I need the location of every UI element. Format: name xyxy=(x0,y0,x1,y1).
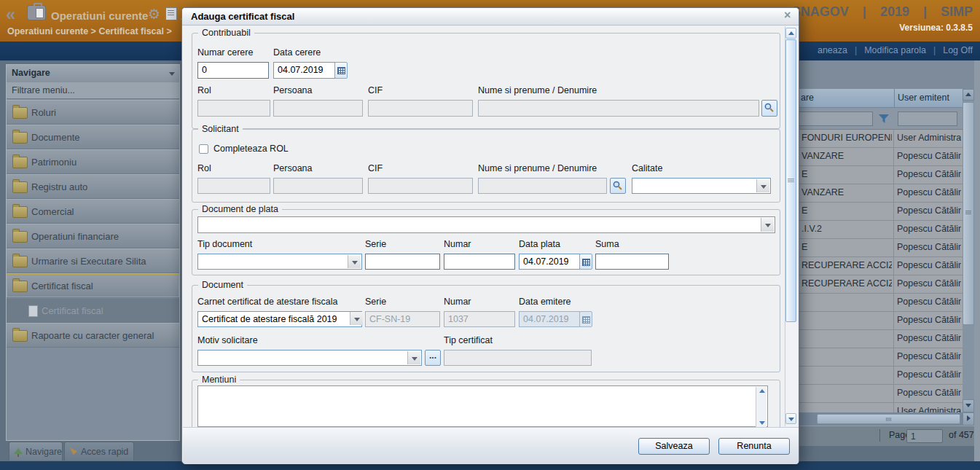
table-row[interactable]: RECUPERARE ACCIZA Popescu Cătălina xyxy=(798,257,963,275)
grid-hscroll-thumb[interactable] xyxy=(817,414,960,424)
sidebar-item[interactable]: Operatiuni financiare xyxy=(7,224,179,248)
column-header-truncated[interactable]: are xyxy=(801,93,814,103)
table-row[interactable]: VANZARE Popescu Cătălina xyxy=(798,184,963,203)
folder-icon xyxy=(12,281,28,292)
briefcase-icon xyxy=(28,6,45,20)
document-plata-dropdown[interactable] xyxy=(197,216,775,233)
menu-filter-text: Filtrare meniu... xyxy=(12,85,75,95)
table-row[interactable]: Popescu Cătălina xyxy=(798,348,963,367)
scroll-up-button[interactable] xyxy=(785,28,796,39)
main-menu-operatiuni-curente[interactable]: Operatiuni curente xyxy=(51,9,148,22)
sidebar-item-label: Roluri xyxy=(31,107,56,118)
table-row[interactable]: VANZARE Popescu Cătălina xyxy=(798,148,963,166)
close-icon[interactable]: × xyxy=(784,9,791,22)
sidebar-subitem[interactable]: Certificat fiscal xyxy=(7,298,179,323)
sidebar-item[interactable]: Roluri xyxy=(7,100,179,125)
scroll-down-button[interactable] xyxy=(963,399,974,412)
sidebar-item[interactable]: Comercial xyxy=(7,199,179,224)
account-links: aneaza|Modifica parola|Log Off xyxy=(818,45,973,55)
grid-rows: FONDURI EUROPENE * User Administrat VANZ… xyxy=(798,130,963,421)
table-row[interactable]: E Popescu Cătălina xyxy=(798,203,963,221)
table-row[interactable]: Popescu Cătălina xyxy=(798,294,963,312)
dialog-vscroll-thumb[interactable] xyxy=(785,39,796,322)
data-plata-input[interactable]: 04.07.2019 xyxy=(519,254,580,270)
chevron-down-icon[interactable] xyxy=(761,218,774,232)
tip-certificat-input xyxy=(444,350,592,366)
right-edge-strip xyxy=(974,60,980,461)
search-icon[interactable] xyxy=(610,178,626,194)
numar-input[interactable] xyxy=(444,254,515,270)
table-cell-right: Popescu Cătălina xyxy=(897,187,961,197)
collapse-chevrons-icon[interactable]: « xyxy=(6,4,14,25)
table-cell-right: User Administrat xyxy=(897,133,961,143)
motiv-solicitare-dropdown[interactable] xyxy=(197,350,422,366)
folder-icon xyxy=(12,181,28,193)
calendar-icon[interactable] xyxy=(579,254,592,270)
data-emitere-input: 04.07.2019 xyxy=(519,311,580,327)
log-off-link[interactable]: Log Off xyxy=(943,45,973,55)
numar-label: Numar xyxy=(444,239,471,249)
browse-dots-button[interactable]: ... xyxy=(425,350,441,366)
textarea-scrollbar[interactable] xyxy=(756,387,767,427)
sidebar-item[interactable]: Urmarire si Executare Silita xyxy=(7,248,179,273)
mentiuni-textarea[interactable] xyxy=(197,385,768,427)
carnet-dropdown[interactable]: Certificat de atestare fiscală 2019 xyxy=(197,311,362,327)
modifica-parola-link[interactable]: Modifica parola xyxy=(864,45,926,55)
completeaza-rol-checkbox[interactable] xyxy=(199,144,208,154)
gear-icon[interactable]: ⚙ xyxy=(148,6,160,23)
sidebar-item[interactable]: Documente xyxy=(7,125,179,149)
chevron-down-icon[interactable] xyxy=(348,255,361,268)
data-cerere-input[interactable]: 04.07.2019 xyxy=(273,62,335,79)
numar-cerere-input[interactable]: 0 xyxy=(197,62,269,79)
table-row[interactable]: FONDURI EUROPENE * User Administrat xyxy=(798,130,963,148)
scroll-down-button[interactable] xyxy=(785,413,796,424)
table-row[interactable]: Popescu Cătălina xyxy=(798,312,963,330)
solicitant-cif-label: CIF xyxy=(368,163,383,173)
scroll-up-button[interactable] xyxy=(963,89,974,101)
table-row[interactable]: RECUPERARE ACCIZA Popescu Cătălina xyxy=(798,275,963,294)
sidebar-item[interactable]: Certificat fiscal xyxy=(7,273,179,298)
chevron-down-icon[interactable] xyxy=(169,72,175,76)
data-plata-label: Data plata xyxy=(519,239,560,249)
grid-vscroll-thumb[interactable] xyxy=(963,102,974,325)
link-truncated[interactable]: aneaza xyxy=(818,45,847,55)
filter-input-right[interactable] xyxy=(898,111,957,126)
calendar-icon[interactable] xyxy=(334,62,348,79)
save-button[interactable]: Salveaza xyxy=(638,438,710,455)
chevron-down-icon[interactable] xyxy=(407,351,420,364)
sidebar-item[interactable]: Rapoarte cu caracter general xyxy=(7,323,179,348)
sidebar-item[interactable]: Patrimoniu xyxy=(7,149,179,174)
table-cell-right: Popescu Cătălina xyxy=(897,333,961,343)
cancel-button[interactable]: Renunta xyxy=(718,438,790,455)
table-row[interactable]: .I.V.2 Popescu Cătălina xyxy=(798,221,963,239)
tab-navigare[interactable]: Navigare xyxy=(9,442,63,461)
sidebar-item[interactable]: Registru auto xyxy=(7,174,179,199)
search-icon[interactable] xyxy=(761,100,777,117)
folder-icon xyxy=(12,330,28,342)
sidebar-item-label: Certificat fiscal xyxy=(31,281,93,291)
chevron-down-icon[interactable] xyxy=(350,312,363,325)
solicitant-rol-label: Rol xyxy=(197,163,211,173)
pager-page-input[interactable]: 1 xyxy=(906,429,943,443)
filter-input-left[interactable] xyxy=(798,111,873,126)
table-row[interactable]: Popescu Cătălina xyxy=(798,330,963,348)
column-header-user-emitent[interactable]: User emitent xyxy=(898,93,949,103)
table-row[interactable]: Popescu Cătălina xyxy=(798,367,963,385)
suma-input[interactable] xyxy=(595,254,669,270)
tip-document-dropdown[interactable] xyxy=(197,254,362,270)
tab-acces-rapid[interactable]: Acces rapid xyxy=(64,442,134,461)
scroll-right-button[interactable] xyxy=(963,412,974,426)
filter-funnel-icon[interactable] xyxy=(876,111,892,127)
serie-input[interactable] xyxy=(365,254,440,270)
folder-icon xyxy=(12,256,28,267)
chevron-down-icon[interactable] xyxy=(756,179,769,192)
doc-numar-input: 1037 xyxy=(444,311,515,327)
data-cerere-label: Data cerere xyxy=(273,47,321,58)
solicitant-persoana-input xyxy=(273,178,363,194)
table-row[interactable]: E Popescu Cătălina xyxy=(798,239,963,257)
cif-label: CIF xyxy=(368,85,383,95)
table-row[interactable]: Popescu Cătălina xyxy=(798,385,963,403)
calitate-dropdown[interactable] xyxy=(632,178,771,194)
sidebar-item-label: Patrimoniu xyxy=(31,157,77,168)
table-row[interactable]: E Popescu Cătălina xyxy=(798,166,963,184)
